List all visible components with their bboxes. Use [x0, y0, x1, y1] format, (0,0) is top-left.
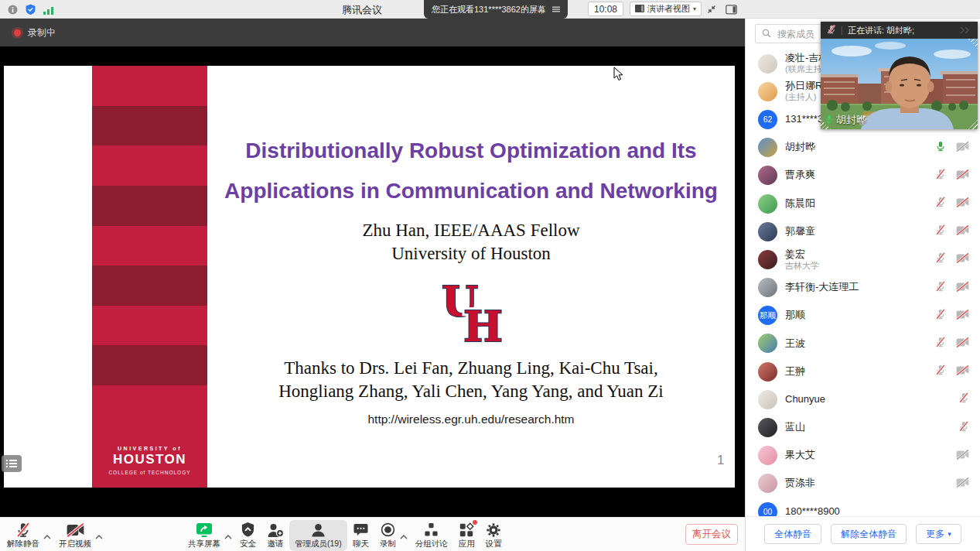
toolbar-button-record[interactable]: 录制 — [374, 520, 401, 551]
unmute-all-button[interactable]: 解除全体静音 — [831, 524, 907, 544]
uh-interlocking-logo: U U H H — [207, 279, 735, 347]
member-row[interactable]: 姜宏吉林大学 — [746, 245, 980, 273]
mic-muted-icon[interactable] — [958, 392, 969, 406]
member-row[interactable]: 陈晨阳 — [746, 190, 980, 217]
slide-thanks-line1: Thanks to Drs. Lei Fan, Zhuang Ling, Kai… — [207, 357, 735, 380]
member-row[interactable]: 蓝山 — [746, 413, 980, 441]
toolbar-button-invite-user[interactable]: 邀请 — [261, 520, 289, 551]
security-shield-icon — [241, 522, 255, 538]
member-row[interactable]: 贾涤非 — [746, 470, 980, 498]
annotation-toolbar-toggle[interactable] — [2, 455, 22, 472]
camera-off-icon[interactable] — [956, 477, 969, 491]
member-avatar — [758, 138, 777, 157]
recording-dot-icon — [14, 29, 21, 36]
member-avatar — [758, 54, 777, 74]
camera-off-icon[interactable] — [956, 252, 969, 266]
member-row[interactable]: 郭馨童 — [746, 217, 980, 245]
button-label: 全体静音 — [774, 528, 811, 541]
member-name: 蓝山 — [785, 422, 958, 433]
member-row[interactable]: 王翀 — [746, 358, 980, 385]
member-avatar — [758, 194, 777, 214]
camera-off-icon[interactable] — [956, 224, 969, 238]
toolbar-button-chat[interactable]: 聊天 — [347, 520, 374, 551]
toolbar-button-label: 邀请 — [268, 539, 284, 549]
member-name: 王波 — [785, 338, 935, 350]
toolbar-button-settings-gear[interactable]: 设置 — [480, 520, 507, 551]
collapse-arrows-icon[interactable] — [705, 3, 718, 19]
slide-author-block: Zhu Han, IEEE/AAAS Fellow University of … — [207, 219, 735, 265]
camera-off-icon[interactable] — [956, 197, 969, 210]
mic-muted-icon[interactable] — [935, 252, 946, 266]
mute-all-button[interactable]: 全体静音 — [764, 524, 821, 544]
view-mode-selector[interactable]: 演讲者视图 ▾ — [630, 2, 702, 16]
toolbar-button-label: 管理成员(19) — [295, 539, 342, 549]
invite-user-icon — [267, 522, 284, 538]
member-row[interactable]: 那顺那顺 — [746, 302, 980, 330]
mouse-cursor — [613, 67, 623, 84]
slide-stripe-pattern — [92, 66, 207, 385]
recording-bar: 录制中 — [0, 19, 745, 46]
toolbar-button-camera-off[interactable]: 开启视频 — [53, 520, 97, 551]
mic-muted-icon[interactable] — [935, 169, 946, 183]
slide-stripe — [92, 145, 207, 186]
info-icon[interactable] — [8, 4, 18, 18]
slide-university-logo-block: UNIVERSITY of HOUSTON COLLEGE of TECHNOL… — [92, 385, 207, 488]
mic-muted-icon[interactable] — [935, 337, 946, 351]
mic-muted-icon[interactable] — [935, 364, 946, 378]
member-row[interactable]: 果大艾 — [746, 442, 980, 470]
sidebar-toggle-icon[interactable] — [726, 4, 738, 18]
toolbar-button-mic-off[interactable]: 解除静音 — [2, 520, 45, 551]
member-avatar — [758, 82, 777, 101]
camera-off-icon[interactable] — [956, 169, 969, 183]
member-row[interactable]: 李轩衡-大连理工 — [746, 274, 980, 302]
logo-line-university: UNIVERSITY of — [118, 446, 182, 451]
more-button[interactable]: 更多▾ — [916, 524, 961, 544]
watching-banner[interactable]: 您正在观看131****3862的屏幕 — [424, 0, 568, 19]
meeting-time: 10:08 — [588, 2, 623, 16]
mic-muted-icon[interactable] — [935, 224, 946, 238]
notification-dot — [473, 520, 477, 525]
mic-muted-icon[interactable] — [958, 421, 969, 435]
mic-muted-icon[interactable] — [935, 309, 946, 323]
network-signal-icon[interactable] — [43, 4, 53, 18]
banner-menu-icon[interactable] — [552, 5, 560, 14]
toolbar-button-apps[interactable]: 应用 — [453, 520, 480, 551]
toolbar-button-share-screen[interactable]: 共享屏幕 — [183, 520, 226, 551]
member-avatar: 62 — [758, 110, 777, 129]
double-chevron-icon[interactable] — [958, 26, 971, 34]
camera-off-icon[interactable] — [956, 309, 969, 323]
member-name: 陈晨阳 — [785, 198, 935, 210]
speaker-video-window[interactable]: 正在讲话: 胡封晔; — [821, 22, 978, 129]
recording-label: 录制中 — [28, 26, 56, 39]
member-row[interactable]: Chunyue — [746, 385, 980, 413]
member-row[interactable]: 00180****8900 — [746, 498, 980, 517]
slide-page-number: 1 — [717, 453, 724, 468]
shield-icon[interactable] — [26, 4, 36, 18]
toolbar-button-breakout-rooms[interactable]: 分组讨论 — [410, 520, 453, 551]
member-row[interactable]: 曹承爽 — [746, 162, 980, 190]
member-role-label: 吉林大学 — [785, 261, 935, 271]
camera-off-icon — [67, 522, 84, 538]
mic-on-icon[interactable] — [935, 141, 946, 155]
leave-meeting-button[interactable]: 离开会议 — [685, 524, 738, 545]
member-row[interactable]: 王波 — [746, 330, 980, 358]
toolbar-button-label: 设置 — [486, 539, 502, 549]
member-avatar — [758, 166, 777, 185]
member-avatar — [758, 278, 777, 297]
slide-thanks-block: Thanks to Drs. Lei Fan, Zhuang Ling, Kai… — [207, 357, 735, 403]
camera-off-icon[interactable] — [956, 281, 969, 295]
camera-off-icon[interactable] — [956, 337, 969, 351]
member-avatar — [758, 334, 777, 353]
member-name: 王翀 — [785, 366, 935, 378]
member-avatar — [758, 418, 777, 437]
camera-off-icon[interactable] — [956, 141, 969, 155]
mic-muted-icon[interactable] — [935, 281, 946, 295]
logo-line-houston: HOUSTON — [113, 452, 186, 467]
mic-muted-icon[interactable] — [935, 197, 946, 210]
member-row[interactable]: 胡封晔 — [746, 134, 980, 162]
toolbar-button-members[interactable]: 管理成员(19) — [289, 520, 347, 551]
toolbar-button-security-shield[interactable]: 安全 — [234, 520, 261, 551]
camera-off-icon[interactable] — [956, 364, 969, 378]
camera-off-icon[interactable] — [956, 449, 969, 463]
mic-off-icon — [15, 522, 31, 538]
